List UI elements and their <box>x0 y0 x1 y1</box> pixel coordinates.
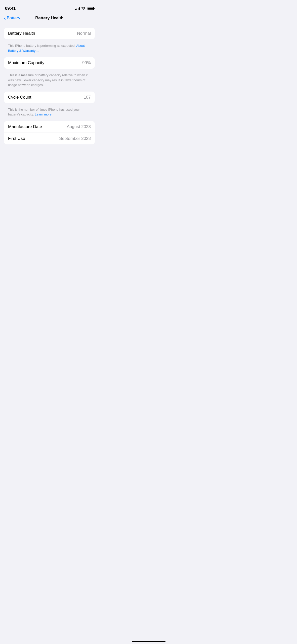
battery-health-value: Normal <box>77 31 91 36</box>
cycle-count-description: This is the number of times iPhone has u… <box>4 105 95 121</box>
maximum-capacity-label: Maximum Capacity <box>8 60 45 65</box>
battery-icon <box>87 7 94 10</box>
battery-health-description: This iPhone battery is performing as exp… <box>4 41 95 57</box>
maximum-capacity-card: Maximum Capacity 99% <box>4 57 95 69</box>
back-label: Battery <box>7 16 20 21</box>
status-time: 09:41 <box>5 6 16 11</box>
status-icons <box>75 7 94 11</box>
signal-icon <box>75 7 80 10</box>
cycle-count-row: Cycle Count 107 <box>4 92 95 103</box>
maximum-capacity-value: 99% <box>82 60 91 65</box>
battery-health-card: Battery Health Normal <box>4 28 95 39</box>
back-button[interactable]: ‹ Battery <box>4 16 20 21</box>
status-bar: 09:41 <box>0 0 99 14</box>
page-title: Battery Health <box>35 16 63 21</box>
cycle-count-card: Cycle Count 107 <box>4 92 95 103</box>
learn-more-link[interactable]: Learn more… <box>35 112 55 116</box>
back-chevron-icon: ‹ <box>4 16 6 21</box>
battery-warranty-link[interactable]: About Battery & Warranty… <box>8 44 85 53</box>
battery-health-row: Battery Health Normal <box>4 28 95 39</box>
battery-health-label: Battery Health <box>8 31 35 36</box>
wifi-icon <box>81 7 85 11</box>
manufacture-date-row: Manufacture Date August 2023 <box>4 121 95 133</box>
manufacture-date-label: Manufacture Date <box>8 124 42 129</box>
maximum-capacity-row: Maximum Capacity 99% <box>4 57 95 69</box>
first-use-label: First Use <box>8 136 25 141</box>
content-area: Battery Health Normal This iPhone batter… <box>0 24 99 144</box>
manufacture-date-value: August 2023 <box>67 124 91 129</box>
cycle-count-value: 107 <box>84 95 91 100</box>
first-use-row: First Use September 2023 <box>4 133 95 144</box>
nav-bar: ‹ Battery Battery Health <box>0 14 99 24</box>
cycle-count-label: Cycle Count <box>8 95 31 100</box>
first-use-value: September 2023 <box>59 136 91 141</box>
maximum-capacity-description: This is a measure of battery capacity re… <box>4 71 95 92</box>
dates-card: Manufacture Date August 2023 First Use S… <box>4 121 95 144</box>
